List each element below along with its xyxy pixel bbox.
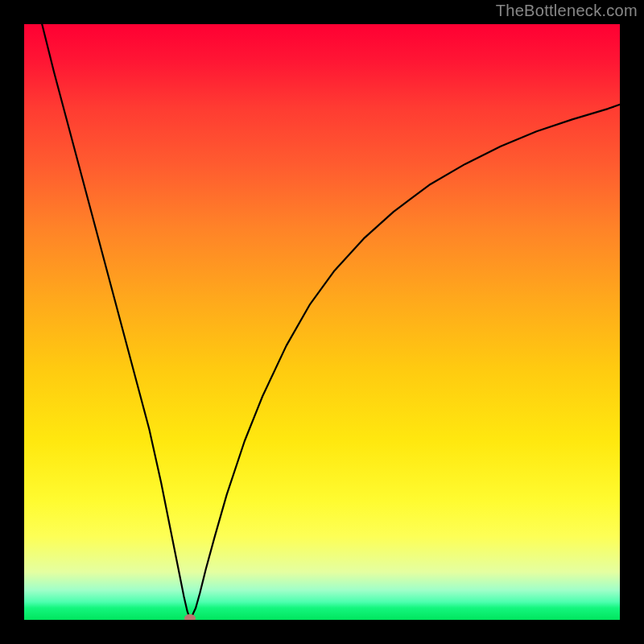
chart-frame: TheBottleneck.com bbox=[0, 0, 644, 644]
plot-area bbox=[24, 24, 620, 620]
bottleneck-curve bbox=[24, 24, 620, 620]
attribution-watermark: TheBottleneck.com bbox=[496, 2, 638, 20]
optimal-point-marker bbox=[184, 614, 196, 620]
